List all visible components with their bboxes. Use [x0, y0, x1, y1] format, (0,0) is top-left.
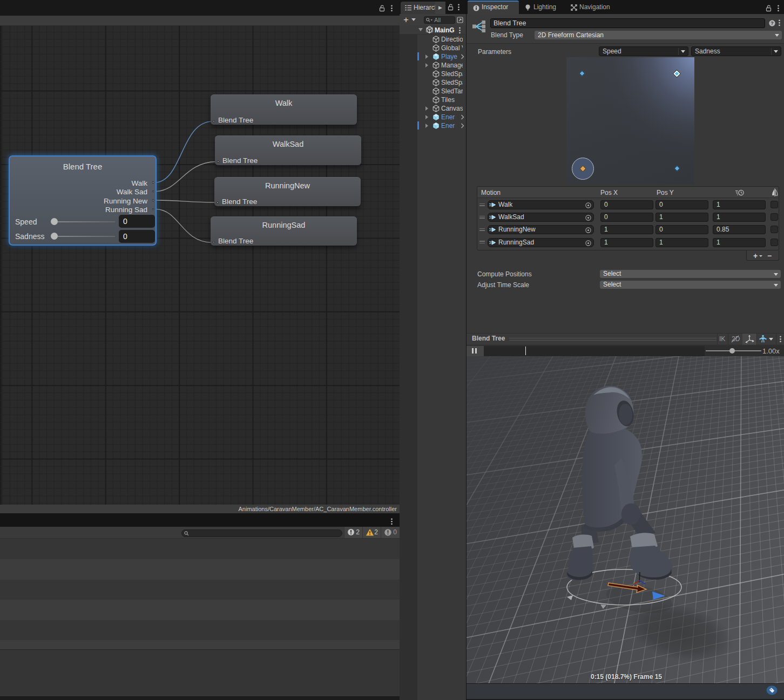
svg-text:?: ?	[771, 21, 774, 26]
svg-text:2D: 2D	[732, 335, 740, 343]
